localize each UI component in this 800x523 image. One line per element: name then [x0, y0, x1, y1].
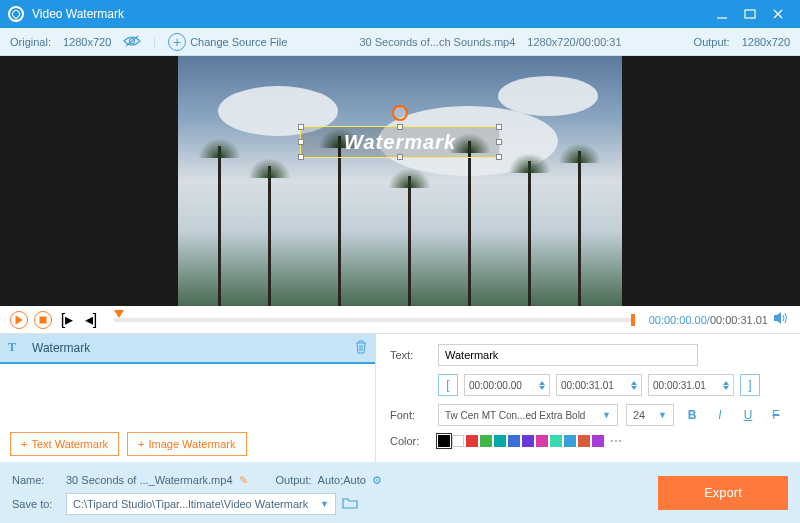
saveto-label: Save to:	[12, 498, 60, 510]
font-family-select[interactable]: Tw Cen MT Con...ed Extra Bold▼	[438, 404, 618, 426]
color-swatch[interactable]	[578, 435, 590, 447]
chevron-down-icon: ▼	[602, 410, 611, 420]
resize-handle[interactable]	[496, 154, 502, 160]
toolbar: Original: 1280x720 | + Change Source Fil…	[0, 28, 800, 56]
color-swatch[interactable]	[452, 435, 464, 447]
end-time-input[interactable]: 00:00:31.01	[556, 374, 642, 396]
bottom-bar: Name: 30 Seconds of ..._Watermark.mp4 ✎ …	[0, 462, 800, 523]
chevron-down-icon: ▼	[658, 410, 667, 420]
color-swatch[interactable]	[494, 435, 506, 447]
add-text-watermark-button[interactable]: +Text Watermark	[10, 432, 119, 456]
rotate-handle-icon[interactable]	[392, 105, 408, 121]
color-swatch[interactable]	[550, 435, 562, 447]
font-size-select[interactable]: 24▼	[626, 404, 674, 426]
separator: |	[153, 36, 156, 48]
spinner-up[interactable]	[631, 381, 637, 385]
bracket-end-button[interactable]: ]	[740, 374, 760, 396]
resize-handle[interactable]	[298, 139, 304, 145]
more-colors-button[interactable]: ⋯	[610, 434, 622, 448]
watermark-overlay[interactable]: Watermark	[300, 126, 500, 158]
spinner-up[interactable]	[539, 381, 545, 385]
resize-handle[interactable]	[496, 139, 502, 145]
bold-button[interactable]: B	[682, 405, 702, 425]
text-type-icon: T	[8, 340, 24, 356]
spinner-down[interactable]	[631, 386, 637, 390]
add-image-watermark-button[interactable]: +Image Watermark	[127, 432, 246, 456]
output-settings-icon[interactable]: ⚙	[372, 474, 382, 487]
bracket-start-button[interactable]: [	[438, 374, 458, 396]
plus-icon: +	[21, 438, 27, 450]
export-button[interactable]: Export	[658, 476, 788, 510]
color-swatch[interactable]	[480, 435, 492, 447]
color-swatch[interactable]	[508, 435, 520, 447]
titlebar: Video Watermark	[0, 0, 800, 28]
strikethrough-button[interactable]: F	[766, 405, 786, 425]
output-resolution: 1280x720	[742, 36, 790, 48]
resize-handle[interactable]	[298, 154, 304, 160]
current-time: 00:00:00.00	[649, 314, 707, 326]
watermark-list-empty	[0, 364, 375, 426]
color-swatch[interactable]	[438, 435, 450, 447]
watermark-item-label: Watermark	[32, 341, 90, 355]
italic-button[interactable]: I	[710, 405, 730, 425]
minimize-button[interactable]	[708, 0, 736, 28]
spinner-down[interactable]	[539, 386, 545, 390]
resize-handle[interactable]	[397, 154, 403, 160]
output-name: 30 Seconds of ..._Watermark.mp4	[66, 474, 233, 486]
close-button[interactable]	[764, 0, 792, 28]
maximize-button[interactable]	[736, 0, 764, 28]
source-resolution-duration: 1280x720/00:00:31	[527, 36, 621, 48]
watermark-list-item[interactable]: T Watermark	[0, 334, 375, 364]
color-swatch[interactable]	[564, 435, 576, 447]
color-swatch[interactable]	[536, 435, 548, 447]
spinner-down[interactable]	[723, 386, 729, 390]
color-swatch[interactable]	[466, 435, 478, 447]
plus-icon: +	[138, 438, 144, 450]
time-display: 00:00:00.00/00:00:31.01	[649, 314, 768, 326]
set-start-button[interactable]: [▸	[58, 311, 76, 329]
timeline-start-marker[interactable]	[114, 310, 124, 318]
source-filename: 30 Seconds of...ch Sounds.mp4	[359, 36, 515, 48]
original-resolution: 1280x720	[63, 36, 111, 48]
timeline[interactable]	[114, 318, 635, 322]
save-path-select[interactable]: C:\Tipard Studio\Tipar...ltimate\Video W…	[66, 493, 336, 515]
start-time-input[interactable]: 00:00:00.00	[464, 374, 550, 396]
spinner-up[interactable]	[723, 381, 729, 385]
change-source-button[interactable]: + Change Source File	[168, 33, 287, 51]
text-label: Text:	[390, 349, 430, 361]
set-end-button[interactable]: ◂]	[82, 311, 100, 329]
watermark-text-input[interactable]	[438, 344, 698, 366]
color-swatch[interactable]	[592, 435, 604, 447]
video-frame[interactable]: Watermark	[178, 56, 622, 306]
duration-input[interactable]: 00:00:31.01	[648, 374, 734, 396]
output-label: Output:	[694, 36, 730, 48]
color-swatch[interactable]	[522, 435, 534, 447]
playback-controls: [▸ ◂] 00:00:00.00/00:00:31.01	[0, 306, 800, 334]
font-label: Font:	[390, 409, 430, 421]
output-format-value: Auto;Auto	[318, 474, 366, 486]
app-logo-icon	[8, 6, 24, 22]
resize-handle[interactable]	[496, 124, 502, 130]
resize-handle[interactable]	[397, 124, 403, 130]
total-time: 00:00:31.01	[710, 314, 768, 326]
resize-handle[interactable]	[298, 124, 304, 130]
change-source-label: Change Source File	[190, 36, 287, 48]
watermark-list-panel: T Watermark +Text Watermark +Image Water…	[0, 334, 376, 462]
app-title: Video Watermark	[32, 7, 708, 21]
timeline-end-marker[interactable]	[631, 314, 635, 326]
color-label: Color:	[390, 435, 430, 447]
stop-button[interactable]	[34, 311, 52, 329]
original-label: Original:	[10, 36, 51, 48]
svg-marker-8	[774, 312, 781, 324]
svg-marker-6	[16, 316, 22, 324]
watermark-text: Watermark	[344, 131, 456, 154]
play-button[interactable]	[10, 311, 28, 329]
underline-button[interactable]: U	[738, 405, 758, 425]
svg-rect-7	[40, 317, 46, 323]
open-folder-icon[interactable]	[342, 497, 358, 511]
video-preview-area: Watermark	[0, 56, 800, 306]
edit-name-icon[interactable]: ✎	[239, 474, 248, 487]
preview-toggle-icon[interactable]	[123, 35, 141, 49]
delete-watermark-icon[interactable]	[355, 340, 367, 357]
volume-icon[interactable]	[774, 311, 790, 329]
